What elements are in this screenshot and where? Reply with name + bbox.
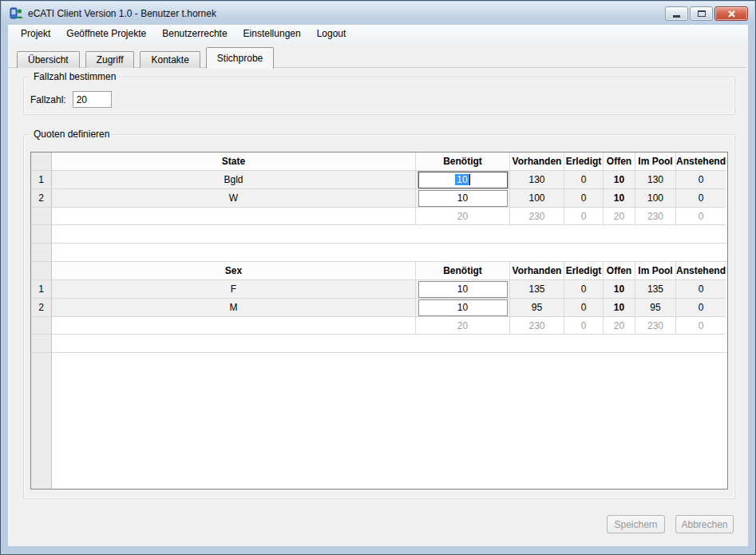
erledigt-cell: 0 bbox=[564, 171, 604, 189]
col-header-im-pool: Im Pool bbox=[635, 262, 676, 280]
benoetigt-cell: 10 bbox=[416, 171, 510, 189]
spacer-row bbox=[31, 335, 727, 353]
row-number bbox=[31, 317, 52, 335]
spacer-row bbox=[31, 225, 727, 244]
anstehend-total: 0 bbox=[676, 208, 726, 225]
selected-text: 10 bbox=[455, 174, 469, 185]
benoetigt-input-sex-m[interactable] bbox=[418, 299, 508, 316]
tab-label: Kontakte bbox=[151, 54, 188, 65]
menu-item-projekt[interactable]: Projekt bbox=[13, 26, 58, 42]
table-empty-area bbox=[31, 353, 727, 489]
tab-uebersicht[interactable]: Übersicht bbox=[17, 51, 80, 68]
im-pool-cell: 130 bbox=[635, 171, 676, 189]
menu-item-benutzerrechte[interactable]: Benutzerrechte bbox=[154, 26, 235, 42]
window-title: eCATI Client Version 1.0 - Benutzer t.ho… bbox=[28, 8, 216, 19]
menu-item-geoeffnete-projekte[interactable]: Geöffnete Projekte bbox=[58, 26, 154, 42]
tab-label: Zugriff bbox=[97, 54, 124, 65]
row-label: M bbox=[52, 299, 416, 317]
totals-label bbox=[52, 208, 416, 225]
anstehend-cell: 0 bbox=[676, 189, 726, 208]
minimize-button[interactable] bbox=[665, 6, 688, 21]
table-row-sex-f: 1 F 135 0 10 135 0 bbox=[31, 280, 727, 299]
col-header-vorhanden: Vorhanden bbox=[510, 262, 564, 280]
corner-cell bbox=[31, 153, 52, 171]
app-icon bbox=[10, 7, 23, 20]
table-row-sex-m: 2 M 95 0 10 95 0 bbox=[31, 299, 727, 317]
fallzahl-label: Fallzahl: bbox=[30, 94, 66, 105]
quoten-group-title: Quoten definieren bbox=[30, 129, 113, 140]
close-button[interactable] bbox=[714, 6, 748, 21]
menu-bar: Projekt Geöffnete Projekte Benutzerrecht… bbox=[8, 25, 748, 42]
vorhanden-total: 230 bbox=[510, 208, 564, 225]
benoetigt-input-state-bgld[interactable]: 10 bbox=[418, 172, 508, 188]
benoetigt-input-state-w[interactable] bbox=[418, 190, 508, 207]
row-number[interactable]: 2 bbox=[31, 189, 52, 208]
col-header-benoetigt: Benötigt bbox=[416, 262, 510, 280]
offen-cell: 10 bbox=[604, 171, 635, 189]
col-header-vorhanden: Vorhanden bbox=[510, 153, 564, 171]
vorhanden-cell: 95 bbox=[510, 299, 564, 317]
im-pool-cell: 95 bbox=[635, 299, 676, 317]
quota-table: State Benötigt Vorhanden Erledigt Offen … bbox=[30, 152, 728, 490]
vorhanden-cell: 130 bbox=[510, 171, 564, 189]
anstehend-cell: 0 bbox=[676, 280, 726, 299]
offen-cell: 10 bbox=[604, 280, 635, 299]
anstehend-cell: 0 bbox=[676, 299, 726, 317]
row-number[interactable]: 2 bbox=[31, 299, 52, 317]
im-pool-cell: 135 bbox=[635, 280, 676, 299]
app-window: eCATI Client Version 1.0 - Benutzer t.ho… bbox=[0, 0, 756, 555]
fallzahl-input[interactable] bbox=[73, 91, 112, 108]
corner-cell bbox=[31, 262, 52, 280]
erledigt-total: 0 bbox=[564, 208, 604, 225]
benoetigt-total: 20 bbox=[416, 317, 510, 335]
im-pool-total: 230 bbox=[635, 208, 676, 225]
menu-item-einstellungen[interactable]: Einstellungen bbox=[236, 26, 309, 42]
tab-stichprobe[interactable]: Stichprobe bbox=[206, 47, 274, 69]
tab-strip: Übersicht Zugriff Kontakte Stichprobe bbox=[17, 47, 746, 68]
window-controls bbox=[665, 6, 748, 21]
maximize-button[interactable] bbox=[690, 6, 713, 21]
save-button[interactable]: Speichern bbox=[607, 515, 665, 533]
anstehend-total: 0 bbox=[676, 317, 726, 335]
title-bar[interactable]: eCATI Client Version 1.0 - Benutzer t.ho… bbox=[2, 2, 754, 25]
offen-cell: 10 bbox=[604, 189, 635, 208]
benoetigt-input-sex-f[interactable] bbox=[418, 281, 508, 298]
erledigt-cell: 0 bbox=[564, 299, 604, 317]
fallzahl-groupbox: Fallzahl bestimmen Fallzahl: bbox=[23, 77, 735, 115]
totals-label bbox=[52, 317, 416, 335]
erledigt-cell: 0 bbox=[564, 280, 604, 299]
benoetigt-total: 20 bbox=[416, 208, 510, 225]
erledigt-total: 0 bbox=[564, 317, 604, 335]
vorhanden-cell: 100 bbox=[510, 189, 564, 208]
minimize-icon bbox=[673, 15, 680, 18]
vorhanden-total: 230 bbox=[510, 317, 564, 335]
col-header-offen: Offen bbox=[604, 153, 635, 171]
row-number[interactable]: 1 bbox=[31, 171, 52, 189]
col-header-offen: Offen bbox=[604, 262, 635, 280]
vorhanden-cell: 135 bbox=[510, 280, 564, 299]
offen-cell: 10 bbox=[604, 299, 635, 317]
col-header-erledigt: Erledigt bbox=[564, 262, 604, 280]
erledigt-cell: 0 bbox=[564, 189, 604, 208]
spacer-row bbox=[31, 244, 727, 262]
col-header-im-pool: Im Pool bbox=[635, 153, 676, 171]
col-header-erledigt: Erledigt bbox=[564, 153, 604, 171]
row-label: Bgld bbox=[52, 171, 416, 189]
tab-zugriff[interactable]: Zugriff bbox=[85, 51, 135, 68]
state-header-row: State Benötigt Vorhanden Erledigt Offen … bbox=[31, 153, 727, 171]
maximize-icon bbox=[698, 10, 706, 17]
tab-kontakte[interactable]: Kontakte bbox=[140, 51, 200, 68]
state-totals-row: 20 230 0 20 230 0 bbox=[31, 208, 727, 225]
cancel-button[interactable]: Abbrechen bbox=[675, 515, 734, 533]
menu-item-logout[interactable]: Logout bbox=[309, 26, 354, 42]
row-label: F bbox=[52, 280, 416, 299]
offen-total: 20 bbox=[604, 317, 635, 335]
footer-buttons: Speichern Abbrechen bbox=[607, 515, 734, 533]
offen-total: 20 bbox=[604, 208, 635, 225]
im-pool-cell: 100 bbox=[635, 189, 676, 208]
row-number[interactable]: 1 bbox=[31, 280, 52, 299]
anstehend-cell: 0 bbox=[676, 171, 726, 189]
benoetigt-cell bbox=[416, 189, 510, 208]
sex-header-row: Sex Benötigt Vorhanden Erledigt Offen Im… bbox=[31, 262, 727, 280]
table-row-state-w: 2 W 100 0 10 100 0 bbox=[31, 189, 727, 208]
